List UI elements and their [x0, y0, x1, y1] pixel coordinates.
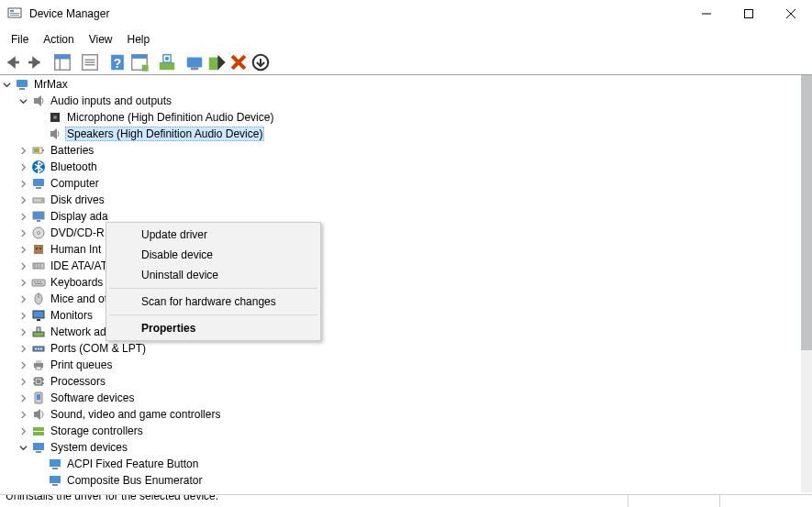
svg-rect-13 [55, 54, 71, 58]
ctx-disable-device[interactable]: Disable device [108, 245, 318, 265]
tree-item-label: Batteries [49, 144, 95, 157]
tree-device[interactable]: Microphone (High Definition Audio Device… [0, 109, 801, 126]
show-hide-tree-button[interactable] [51, 51, 73, 73]
uninstall-device-button[interactable] [228, 51, 250, 73]
tree-item-label: Ports (COM & LPT) [49, 342, 148, 355]
menu-action[interactable]: Action [36, 31, 81, 48]
expand-icon[interactable] [17, 259, 29, 272]
svg-rect-2 [10, 13, 19, 14]
tree-item-label: Disk drives [49, 193, 106, 206]
expand-icon[interactable] [17, 226, 29, 239]
expand-icon[interactable] [0, 78, 13, 91]
ctx-properties[interactable]: Properties [108, 318, 318, 338]
tree-device[interactable]: ACPI Fixed Feature Button [0, 456, 801, 472]
maximize-button[interactable] [728, 0, 770, 28]
menu-view[interactable]: View [82, 31, 120, 48]
expand-icon[interactable] [17, 193, 29, 206]
expand-icon[interactable] [17, 342, 29, 355]
minimize-button[interactable] [685, 0, 728, 28]
dvd-icon [31, 226, 46, 240]
menu-separator [109, 288, 317, 289]
tree-category[interactable]: Print queues [0, 357, 801, 373]
close-button[interactable] [770, 0, 812, 28]
more-button[interactable] [250, 51, 272, 73]
scroll-thumb[interactable] [801, 75, 812, 350]
tree-category[interactable]: Computer [0, 175, 801, 192]
expand-icon[interactable] [17, 358, 29, 371]
forward-button[interactable] [24, 51, 46, 73]
svg-rect-28 [209, 57, 219, 70]
expand-icon[interactable] [17, 243, 29, 256]
cpu-icon [31, 374, 46, 389]
svg-point-51 [36, 248, 38, 249]
expand-icon[interactable] [17, 160, 29, 173]
tree-category[interactable]: Disk drives [0, 192, 801, 208]
expand-icon[interactable] [17, 391, 29, 404]
expand-icon[interactable] [17, 441, 29, 454]
expand-icon[interactable] [17, 276, 29, 289]
tree-category[interactable]: Bluetooth [0, 159, 801, 175]
svg-rect-50 [34, 245, 43, 254]
menu-separator [109, 314, 317, 315]
ctx-uninstall-device[interactable]: Uninstall device [108, 265, 318, 285]
expand-icon[interactable] [17, 177, 29, 190]
action-button[interactable] [128, 51, 150, 73]
tree-category[interactable]: Batteries [0, 142, 801, 159]
svg-rect-9 [28, 61, 39, 63]
computer-icon [15, 77, 29, 92]
svg-rect-66 [33, 332, 44, 336]
tree-root[interactable]: MrMax [0, 76, 801, 93]
tree-category[interactable]: Sound, video and game controllers [0, 406, 801, 423]
expand-icon[interactable] [17, 144, 29, 157]
properties-button[interactable] [79, 51, 101, 73]
tree-category[interactable]: Processors [0, 373, 801, 390]
svg-point-70 [38, 348, 39, 350]
back-button[interactable] [2, 51, 24, 73]
tree-item-label: Processors [49, 375, 107, 388]
tree-category[interactable]: Software devices [0, 390, 801, 406]
tree-category[interactable]: Audio inputs and outputs [0, 93, 801, 109]
tree-item-label: Speakers (High Definition Audio Device) [65, 127, 264, 141]
window-title: Device Manager [29, 7, 685, 20]
svg-rect-74 [36, 367, 41, 369]
svg-rect-84 [33, 427, 44, 431]
bluetooth-icon [31, 160, 46, 174]
tree-device[interactable]: Speakers (High Definition Audio Device) [0, 126, 801, 142]
ctx-scan-for-hardware-changes[interactable]: Scan for hardware changes [108, 292, 318, 312]
expand-icon[interactable] [17, 375, 29, 388]
menu-help[interactable]: Help [120, 31, 158, 48]
scan-hardware-button[interactable] [156, 51, 178, 73]
battery-icon [31, 143, 46, 158]
tree-category[interactable]: System devices [0, 439, 801, 456]
ctx-update-driver[interactable]: Update driver [108, 225, 318, 245]
sysdev-icon [48, 457, 62, 471]
tree-device[interactable]: Composite Bus Enumerator [0, 472, 801, 489]
tree-panel: MrMaxAudio inputs and outputsMicrophone … [0, 75, 812, 492]
svg-point-49 [38, 232, 40, 235]
expand-icon[interactable] [17, 210, 29, 223]
scrollbar[interactable] [801, 75, 812, 492]
expand-icon[interactable] [17, 408, 29, 421]
sound-icon [31, 407, 46, 422]
svg-rect-32 [17, 80, 28, 87]
expand-icon[interactable] [17, 309, 29, 322]
svg-rect-90 [50, 476, 61, 483]
expand-icon[interactable] [17, 94, 29, 107]
tree-item-label: System devices [49, 441, 129, 454]
tree-category[interactable]: Storage controllers [0, 423, 801, 439]
disable-device-button[interactable] [206, 51, 228, 73]
expand-icon[interactable] [17, 424, 29, 437]
svg-rect-34 [34, 98, 38, 104]
storage-icon [31, 424, 46, 438]
svg-rect-3 [10, 15, 19, 16]
svg-rect-22 [142, 64, 149, 71]
toolbar: ? [0, 50, 812, 74]
update-driver-button[interactable] [184, 51, 206, 73]
help-button[interactable]: ? [106, 51, 128, 73]
menu-file[interactable]: File [4, 31, 36, 48]
expand-icon[interactable] [17, 325, 29, 338]
svg-rect-23 [160, 62, 175, 70]
tree-category[interactable]: Ports (COM & LPT) [0, 340, 801, 357]
context-menu: Update driverDisable deviceUninstall dev… [106, 222, 321, 341]
expand-icon[interactable] [17, 292, 29, 305]
